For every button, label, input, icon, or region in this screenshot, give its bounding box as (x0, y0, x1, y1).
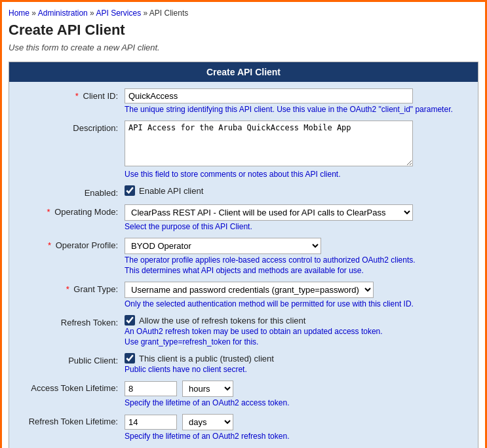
required-star-4: * (66, 284, 69, 294)
refresh-token-field: Allow the use of refresh tokens for this… (125, 315, 467, 346)
description-row: Description: API Access for the Aruba Qu… (20, 121, 467, 179)
public-client-row: Public Client: This client is a public (… (20, 353, 467, 374)
page-title: Create API Client (9, 22, 478, 39)
operator-profile-field: BYOD Operator The operator profile appli… (125, 238, 467, 275)
access-token-lifetime-row: Access Token Lifetime: hours minutes day… (20, 381, 467, 407)
refresh-token-row: Refresh Token: Allow the use of refresh … (20, 315, 467, 346)
client-id-label: * Client ID: (20, 88, 125, 101)
public-client-checkbox[interactable] (125, 353, 135, 364)
page-container: Home » Administration » API Services » A… (0, 0, 487, 448)
enabled-checkbox[interactable] (125, 185, 135, 196)
grant-type-field: Username and password credentials (grant… (125, 282, 467, 308)
breadcrumb: Home » Administration » API Services » A… (9, 9, 478, 18)
refresh-token-lifetime-unit-select[interactable]: days hours minutes (182, 414, 233, 430)
operating-mode-hint: Select the purpose of this API Client. (125, 222, 467, 231)
client-id-hint: The unique string identifying this API c… (125, 105, 467, 114)
refresh-token-checkbox-label: Allow the use of refresh tokens for this… (139, 316, 305, 326)
enabled-field: Enable API client (125, 185, 467, 196)
grant-type-select[interactable]: Username and password credentials (grant… (125, 282, 374, 298)
refresh-token-hint2: Use grant_type=refresh_token for this. (125, 337, 467, 346)
enabled-row: Enabled: Enable API client (20, 185, 467, 198)
access-token-lifetime-label: Access Token Lifetime: (20, 381, 125, 393)
description-label: Description: (20, 121, 125, 133)
operating-mode-label: * Operating Mode: (20, 204, 125, 217)
page-description: Use this form to create a new API client… (9, 43, 478, 52)
enabled-checkbox-label: Enable API client (139, 186, 203, 196)
refresh-token-hint1: An OAuth2 refresh token may be used to o… (125, 327, 467, 336)
refresh-token-label: Refresh Token: (20, 315, 125, 327)
breadcrumb-current: API Clients (149, 9, 188, 18)
client-id-field: The unique string identifying this API c… (125, 88, 467, 114)
description-textarea[interactable]: API Access for the Aruba QuickAccess Mob… (125, 121, 413, 166)
required-star-2: * (47, 207, 50, 217)
form-container: Create API Client * Client ID: The uniqu… (9, 62, 478, 448)
access-token-lifetime-field: hours minutes days Specify the lifetime … (125, 381, 467, 407)
form-header: Create API Client (9, 62, 478, 82)
public-client-checkbox-label: This client is a public (trusted) client (139, 354, 274, 364)
operating-mode-row: * Operating Mode: ClearPass REST API - C… (20, 204, 467, 231)
grant-type-hint: Only the selected authentication method … (125, 299, 467, 308)
operator-profile-label: * Operator Profile: (20, 238, 125, 250)
description-field: API Access for the Aruba QuickAccess Mob… (125, 121, 467, 179)
operating-mode-field: ClearPass REST API - Client will be used… (125, 204, 467, 231)
public-client-hint: Public clients have no client secret. (125, 365, 467, 374)
grant-type-label: * Grant Type: (20, 282, 125, 294)
required-star-3: * (48, 240, 51, 250)
public-client-field: This client is a public (trusted) client… (125, 353, 467, 374)
refresh-token-checkbox[interactable] (125, 315, 135, 326)
enabled-label: Enabled: (20, 185, 125, 198)
access-token-lifetime-unit-select[interactable]: hours minutes days (182, 381, 233, 397)
operator-profile-hint1: The operator profile applies role-based … (125, 255, 467, 265)
access-token-lifetime-hint: Specify the lifetime of an OAuth2 access… (125, 398, 467, 407)
refresh-token-lifetime-hint: Specify the lifetime of an OAuth2 refres… (125, 432, 467, 441)
required-star: * (75, 91, 79, 101)
operator-profile-hint2: This determines what API objects and met… (125, 266, 467, 275)
description-hint: Use this field to store comments or note… (125, 170, 467, 179)
breadcrumb-api-services[interactable]: API Services (96, 9, 141, 18)
breadcrumb-home[interactable]: Home (9, 9, 29, 18)
operator-profile-select[interactable]: BYOD Operator (125, 238, 321, 254)
grant-type-row: * Grant Type: Username and password cred… (20, 282, 467, 308)
operator-profile-row: * Operator Profile: BYOD Operator The op… (20, 238, 467, 275)
refresh-token-lifetime-input[interactable] (125, 415, 177, 430)
breadcrumb-administration[interactable]: Administration (38, 9, 88, 18)
public-client-label: Public Client: (20, 353, 125, 365)
access-token-lifetime-input[interactable] (125, 381, 177, 396)
client-id-input[interactable] (125, 88, 413, 103)
refresh-token-lifetime-field: days hours minutes Specify the lifetime … (125, 414, 467, 441)
form-body: * Client ID: The unique string identifyi… (9, 82, 478, 448)
operating-mode-select[interactable]: ClearPass REST API - Client will be used… (125, 204, 413, 221)
client-id-row: * Client ID: The unique string identifyi… (20, 88, 467, 114)
refresh-token-lifetime-label: Refresh Token Lifetime: (20, 414, 125, 426)
refresh-token-lifetime-row: Refresh Token Lifetime: days hours minut… (20, 414, 467, 441)
